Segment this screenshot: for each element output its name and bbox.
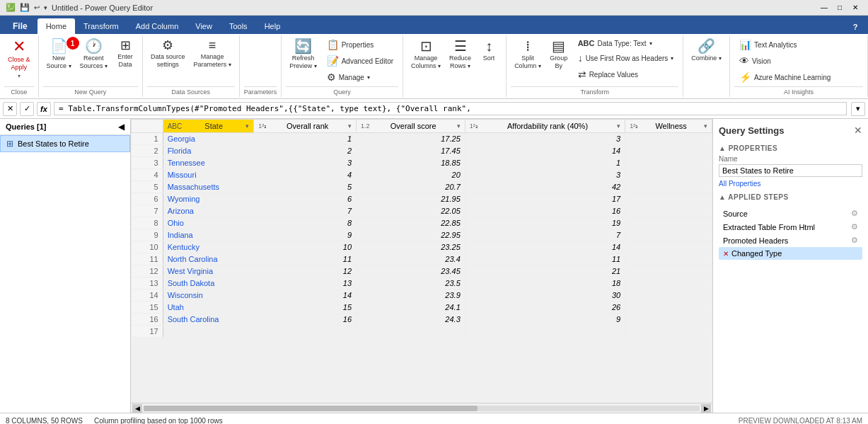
split-column-button[interactable]: ⁞ SplitColumn ▾ xyxy=(511,37,545,72)
tab-home[interactable]: Home xyxy=(37,18,75,34)
refresh-preview-button[interactable]: 🔄 RefreshPreview ▾ xyxy=(286,37,320,72)
manage-button[interactable]: ⚙ Manage ▾ xyxy=(322,69,398,85)
data-source-settings-button[interactable]: ⚙ Data sourcesettings xyxy=(147,37,189,71)
maximize-button[interactable]: □ xyxy=(833,2,847,13)
tab-view[interactable]: View xyxy=(187,18,221,34)
quick-dropdown[interactable]: ▾ xyxy=(44,4,47,11)
th-overall-rank[interactable]: 1²₃ Overall rank ▾ xyxy=(254,120,357,133)
cell-state[interactable]: Missouri xyxy=(163,169,254,181)
step-promoted-gear[interactable]: ⚙ xyxy=(851,236,858,245)
cell-state[interactable]: Kentucky xyxy=(163,241,254,253)
cell-affordability: 42 xyxy=(465,181,625,193)
cell-state[interactable]: Wyoming xyxy=(163,193,254,205)
data-type-button[interactable]: ABC Data Type: Text ▾ xyxy=(573,37,679,50)
th-overall-rank-dropdown[interactable]: ▾ xyxy=(348,122,352,130)
cell-state[interactable] xyxy=(163,326,254,338)
cell-state[interactable]: South Carolina xyxy=(163,314,254,326)
cell-state[interactable]: Utah xyxy=(163,302,254,314)
th-overall-score-dropdown[interactable]: ▾ xyxy=(457,122,461,130)
cell-state[interactable]: Florida xyxy=(163,145,254,157)
formula-cancel-button[interactable]: ✕ xyxy=(3,102,17,116)
tab-tools[interactable]: Tools xyxy=(221,18,256,34)
quick-undo[interactable]: ↩ xyxy=(34,4,40,11)
cell-state[interactable]: Georgia xyxy=(163,133,254,145)
minimize-button[interactable]: — xyxy=(817,2,831,13)
use-first-row-button[interactable]: ↓ Use First Row as Headers ▾ xyxy=(573,50,679,66)
tab-transform[interactable]: Transform xyxy=(75,18,127,34)
group-by-button[interactable]: ▤ GroupBy xyxy=(546,37,572,72)
cell-state[interactable]: Ohio xyxy=(163,217,254,229)
properties-button[interactable]: 📋 Properties xyxy=(322,37,398,52)
scroll-left-btn[interactable]: ◀ xyxy=(132,404,142,413)
cell-row-num: 5 xyxy=(132,181,163,193)
cell-affordability: 11 xyxy=(465,253,625,265)
help-button[interactable]: ? xyxy=(848,20,862,34)
cell-score xyxy=(357,326,465,338)
advanced-editor-button[interactable]: 📝 Advanced Editor xyxy=(322,53,398,69)
th-affordability-rank[interactable]: 1²₃ Affordability rank (40%) ▾ xyxy=(465,120,625,133)
manage-columns-button[interactable]: ⊡ ManageColumns ▾ xyxy=(407,37,444,72)
horizontal-scrollbar[interactable]: ◀ ▶ xyxy=(131,403,712,413)
scroll-right-btn[interactable]: ▶ xyxy=(701,404,711,413)
formula-input[interactable] xyxy=(54,102,847,115)
cell-state[interactable]: Massachusetts xyxy=(163,181,254,193)
close-button[interactable]: ✕ xyxy=(848,2,862,13)
formula-expand-button[interactable]: ▾ xyxy=(851,102,865,116)
th-wellness[interactable]: 1²₃ Wellness ▾ xyxy=(625,120,712,133)
th-affordability-label: Affordability rank (40%) xyxy=(507,122,588,130)
scroll-track[interactable] xyxy=(144,406,700,411)
table-row: 13South Dakota1323.518 xyxy=(132,277,712,290)
cell-rank: 9 xyxy=(254,229,357,241)
th-state-dropdown[interactable]: ▾ xyxy=(245,122,249,130)
tab-file[interactable]: File xyxy=(3,18,37,34)
cell-state[interactable]: Arizona xyxy=(163,205,254,217)
data-grid-wrapper[interactable]: ABC State ▾ 1²₃ Overall rank ▾ xyxy=(131,119,712,403)
formula-fx-button[interactable]: fx xyxy=(37,102,51,116)
sort-button[interactable]: ↕ Sort xyxy=(476,37,502,64)
cell-score: 22.05 xyxy=(357,205,465,217)
query-item-best-states[interactable]: ⊞ Best States to Retire xyxy=(0,135,130,152)
step-extracted-table[interactable]: Extracted Table From Html ⚙ xyxy=(719,220,862,234)
cell-affordability xyxy=(465,326,625,338)
tab-add-column[interactable]: Add Column xyxy=(127,18,187,34)
cell-state[interactable]: Wisconsin xyxy=(163,290,254,302)
combine-button[interactable]: 🔗 Combine ▾ xyxy=(688,37,725,64)
cell-state[interactable]: South Dakota xyxy=(163,277,254,290)
cell-state[interactable]: North Carolina xyxy=(163,253,254,265)
ai-vertical-group: 📊 Text Analytics 👁 Vision ⚡ Azure Machin… xyxy=(734,37,835,85)
cell-affordability: 7 xyxy=(465,229,625,241)
step-extracted-gear[interactable]: ⚙ xyxy=(851,222,858,231)
queries-header: Queries [1] ◀ xyxy=(0,119,130,135)
th-wellness-dropdown[interactable]: ▾ xyxy=(704,122,707,130)
cell-state[interactable]: Tennessee xyxy=(163,157,254,169)
th-state[interactable]: ABC State ▾ xyxy=(163,120,254,133)
scroll-thumb[interactable] xyxy=(144,406,478,411)
step-source[interactable]: Source ⚙ xyxy=(719,207,862,220)
table-row: 14Wisconsin1423.930 xyxy=(132,290,712,302)
manage-parameters-button[interactable]: ≡ ManageParameters ▾ xyxy=(190,37,235,71)
reduce-rows-button[interactable]: ☰ ReduceRows ▾ xyxy=(446,37,475,72)
azure-ml-button[interactable]: ⚡ Azure Machine Learning xyxy=(734,69,835,85)
all-properties-link[interactable]: All Properties xyxy=(719,180,862,188)
data-type-icon: ABC xyxy=(578,39,595,47)
th-overall-score[interactable]: 1.2 Overall score ▾ xyxy=(357,120,465,133)
name-input[interactable] xyxy=(719,164,862,177)
text-analytics-button[interactable]: 📊 Text Analytics xyxy=(734,37,835,52)
settings-close-button[interactable]: ✕ xyxy=(854,125,862,136)
recent-sources-button[interactable]: 🕐 RecentSources ▾ xyxy=(76,37,112,72)
enter-data-button[interactable]: ⊞ EnterData xyxy=(112,37,138,71)
step-changed-type[interactable]: ✕ Changed Type xyxy=(719,247,862,260)
step-source-gear[interactable]: ⚙ xyxy=(851,209,858,218)
close-apply-button[interactable]: ✕ Close &Apply ▾ xyxy=(4,37,34,81)
formula-confirm-button[interactable]: ✓ xyxy=(20,102,34,116)
quick-save[interactable]: 💾 xyxy=(20,3,30,12)
step-promoted-headers[interactable]: Promoted Headers ⚙ xyxy=(719,234,862,247)
replace-values-button[interactable]: ⇄ Replace Values xyxy=(573,67,679,82)
tab-help[interactable]: Help xyxy=(256,18,289,34)
queries-collapse-button[interactable]: ◀ xyxy=(118,122,125,132)
cell-state[interactable]: West Virginia xyxy=(163,265,254,277)
cell-state[interactable]: Indiana xyxy=(163,229,254,241)
vision-button[interactable]: 👁 Vision xyxy=(734,53,835,69)
cell-wellness xyxy=(625,181,712,193)
th-affordability-dropdown[interactable]: ▾ xyxy=(617,122,620,130)
